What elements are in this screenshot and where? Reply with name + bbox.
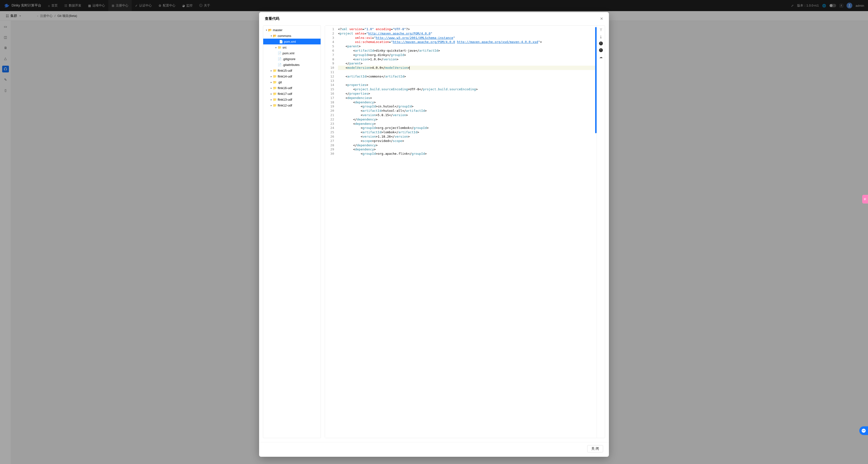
tree-folder-master[interactable]: ▾📂master	[263, 27, 321, 33]
tree-folder-flink15[interactable]: ▸📁flink15-udf	[263, 67, 321, 74]
tree-file-pom-selected[interactable]: 📄pom.xml	[263, 39, 321, 45]
svg-point-1	[862, 429, 866, 433]
tree-folder-flink16[interactable]: ▸📁flink16-udf	[263, 85, 321, 91]
tree-folder-flink13[interactable]: ▸📁flink13-udf	[263, 96, 321, 103]
close-button[interactable]: 关 闭	[587, 445, 603, 453]
close-icon[interactable]: ✕	[600, 17, 603, 21]
svg-point-2	[863, 430, 863, 431]
tool-down-icon[interactable]: ˅	[599, 48, 603, 52]
tool-top-icon[interactable]: ⊤	[599, 28, 602, 32]
code-content[interactable]: <?xml version="1.0" encoding="UTF-8"?><p…	[336, 26, 597, 438]
modal-overlay: 查看代码 ✕ ▾📂master ▾📂commons 📄pom.xml ▸📁src…	[0, 0, 868, 464]
svg-point-3	[864, 430, 865, 431]
code-editor[interactable]: 1234567891011121314151617181920212223242…	[325, 25, 605, 438]
line-gutter: 1234567891011121314151617181920212223242…	[325, 26, 336, 438]
tree-folder-git[interactable]: ▸📁.git	[263, 79, 321, 85]
minimap[interactable]	[595, 27, 597, 133]
modal-title: 查看代码	[265, 17, 279, 21]
tool-download-icon[interactable]: ⭳	[599, 35, 602, 39]
float-tag[interactable]: 蚁	[862, 195, 868, 204]
tree-file-pom[interactable]: 📄pom.xml	[263, 50, 321, 56]
editor-tools: ⊤ ⭳ ˄ ˅ ☁	[597, 26, 605, 438]
tool-up-icon[interactable]: ˄	[599, 41, 603, 46]
tool-cloud-icon[interactable]: ☁	[599, 55, 602, 59]
file-tree: ▾📂master ▾📂commons 📄pom.xml ▸📁src 📄pom.x…	[263, 25, 321, 438]
tree-folder-flink12[interactable]: ▸📁flink12-udf	[263, 103, 321, 108]
code-modal: 查看代码 ✕ ▾📂master ▾📂commons 📄pom.xml ▸📁src…	[259, 12, 609, 457]
tree-file-gitattributes[interactable]: 📄.gitattributes	[263, 62, 321, 67]
assistant-bubble[interactable]	[859, 426, 868, 435]
tree-file-gitignore[interactable]: 📄.gitignore	[263, 56, 321, 62]
tree-folder-src[interactable]: ▸📁src	[263, 45, 321, 50]
tree-folder-commons[interactable]: ▾📂commons	[263, 33, 321, 39]
tree-folder-flink14[interactable]: ▸📁flink14-udf	[263, 74, 321, 79]
tree-folder-flink17[interactable]: ▸📁flink17-udf	[263, 91, 321, 96]
